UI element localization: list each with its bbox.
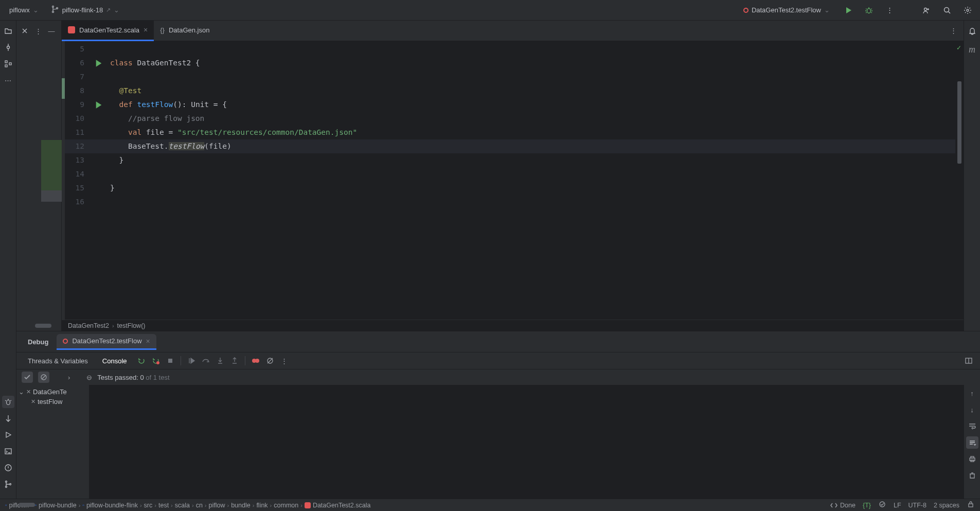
maven-icon[interactable]: m (966, 43, 978, 56)
code-text[interactable]: //parse flow json (110, 112, 204, 126)
path-segment[interactable]: flink (256, 502, 268, 509)
breadcrumb-item[interactable]: testFlow() (117, 322, 146, 329)
path-segment[interactable]: bundle (231, 502, 251, 509)
threads-tab[interactable]: Threads & Variables (22, 354, 94, 368)
tab-options-icon[interactable]: ⋮ (947, 25, 959, 37)
print-icon[interactable] (966, 453, 978, 465)
down-icon[interactable]: ↓ (966, 403, 978, 416)
debug-button[interactable] (862, 3, 876, 17)
code-text[interactable]: class DataGenTest2 { (110, 56, 200, 70)
console-output[interactable] (90, 385, 964, 499)
code-line[interactable]: 7 (65, 70, 955, 84)
code-line[interactable]: 11 val file = "src/test/resources/common… (65, 126, 955, 139)
scroll-to-end-icon[interactable] (966, 436, 978, 449)
layout-icon[interactable] (963, 355, 975, 367)
code-text[interactable]: } (110, 181, 115, 195)
line-separator[interactable]: LF (894, 502, 901, 509)
gutter[interactable] (95, 126, 110, 139)
navigation-bar[interactable]: ▫piflowx›▫piflow-bundle›▫piflow-bundle-f… (5, 502, 370, 509)
tab-datagen-json[interactable]: {} DataGen.json (154, 21, 216, 41)
gutter[interactable] (95, 181, 110, 195)
code-area[interactable]: 56class DataGenTest2 {78 @Test9 def test… (65, 41, 955, 320)
code-text[interactable]: val file = "src/test/resources/common/Da… (110, 126, 357, 139)
hide-panel-icon[interactable] (20, 26, 30, 36)
step-over-icon[interactable] (200, 355, 212, 367)
code-text[interactable]: @Test (110, 84, 141, 98)
more-actions-button[interactable]: ⋮ (882, 3, 897, 17)
debug-tab-title[interactable]: Debug (22, 333, 55, 351)
path-segment[interactable]: test (158, 502, 169, 509)
code-line[interactable]: 12 BaseTest.testFlow(file) (65, 139, 955, 153)
panel-options-icon[interactable]: ⋮ (33, 26, 43, 36)
tree-scrollbar[interactable] (35, 324, 51, 328)
path-segment[interactable]: ▫piflow-bundle-flink (82, 502, 138, 509)
path-segment[interactable]: scala (175, 502, 190, 509)
debug-run-config-tab[interactable]: DataGenTest2.testFlow × (57, 334, 156, 350)
code-line[interactable]: 6class DataGenTest2 { (65, 56, 955, 70)
more-tools-icon[interactable]: ⋯ (2, 74, 14, 86)
tree-scrollbar[interactable] (19, 503, 35, 507)
code-line[interactable]: 16 (65, 195, 955, 209)
file-encoding[interactable]: UTF-8 (908, 502, 926, 509)
indent-info[interactable]: 2 spaces (934, 502, 959, 509)
close-tab-icon[interactable]: × (146, 337, 150, 345)
collapse-icon[interactable]: — (46, 26, 57, 36)
path-segment[interactable]: src (144, 502, 153, 509)
view-breakpoints-icon[interactable] (250, 355, 262, 367)
structure-tool-icon[interactable] (2, 58, 14, 70)
services-icon[interactable] (2, 429, 14, 441)
gutter[interactable] (95, 42, 110, 56)
code-line[interactable]: 13 } (65, 153, 955, 167)
bookmarks-icon[interactable] (2, 412, 14, 425)
git-icon[interactable] (2, 478, 14, 490)
show-ignored-icon[interactable] (38, 372, 49, 383)
problems-icon[interactable] (2, 462, 14, 474)
step-out-icon[interactable] (228, 355, 241, 367)
gutter[interactable] (95, 153, 110, 167)
terminal-icon[interactable] (2, 445, 14, 457)
code-line[interactable]: 5 (65, 42, 955, 56)
clear-icon[interactable] (966, 469, 978, 482)
code-text[interactable]: def testFlow(): Unit = { (110, 98, 227, 112)
step-into-icon[interactable] (214, 355, 226, 367)
path-segment[interactable]: common (274, 502, 298, 509)
progress-icon[interactable]: Done (830, 501, 856, 509)
path-segment[interactable]: piflow (209, 502, 225, 509)
stop-icon[interactable] (164, 355, 176, 367)
mute-breakpoints-icon[interactable] (264, 355, 276, 367)
path-segment[interactable]: cn (196, 502, 203, 509)
resume-icon[interactable] (185, 355, 198, 367)
gutter[interactable] (95, 195, 110, 209)
console-tab[interactable]: Console (96, 354, 133, 368)
test-case-row[interactable]: ✕ testFlow (16, 397, 89, 407)
rerun-failed-icon[interactable] (150, 355, 162, 367)
notifications-icon[interactable] (966, 25, 978, 37)
code-line[interactable]: 9 def testFlow(): Unit = { (65, 98, 955, 112)
vcs-branch[interactable]: piflow-flink-18 ↗ ⌄ (47, 3, 123, 17)
settings-icon[interactable] (960, 3, 975, 17)
project-selector[interactable]: piflowx ⌄ (5, 4, 43, 16)
up-icon[interactable]: ↑ (966, 387, 978, 399)
gutter[interactable] (95, 70, 110, 84)
rerun-icon[interactable] (135, 355, 148, 367)
soft-wrap-icon[interactable] (966, 420, 978, 432)
gutter[interactable] (95, 84, 110, 98)
test-suite-row[interactable]: ⌄ ✕ DataGenTe (16, 387, 89, 397)
code-text[interactable]: BaseTest.testFlow(file) (110, 139, 231, 153)
code-line[interactable]: 10 //parse flow json (65, 112, 955, 126)
tab-indicator[interactable]: {T} (863, 502, 871, 509)
gutter[interactable] (95, 139, 110, 153)
code-with-me-icon[interactable] (919, 3, 934, 17)
search-icon[interactable] (940, 3, 954, 17)
commit-tool-icon[interactable] (2, 41, 14, 54)
expand-icon[interactable]: › (68, 374, 70, 381)
code-line[interactable]: 8 @Test (65, 84, 955, 98)
gutter[interactable] (95, 167, 110, 181)
project-tool-icon[interactable] (2, 25, 14, 37)
code-line[interactable]: 15} (65, 181, 955, 195)
test-tree[interactable]: ⌄ ✕ DataGenTe ✕ testFlow (16, 385, 90, 499)
code-text[interactable]: } (110, 153, 123, 167)
debug-tool-icon[interactable] (2, 396, 14, 408)
path-segment[interactable]: ▫piflow-bundle (34, 502, 76, 509)
run-config-selector[interactable]: DataGenTest2.testFlow ⌄ (738, 4, 835, 16)
